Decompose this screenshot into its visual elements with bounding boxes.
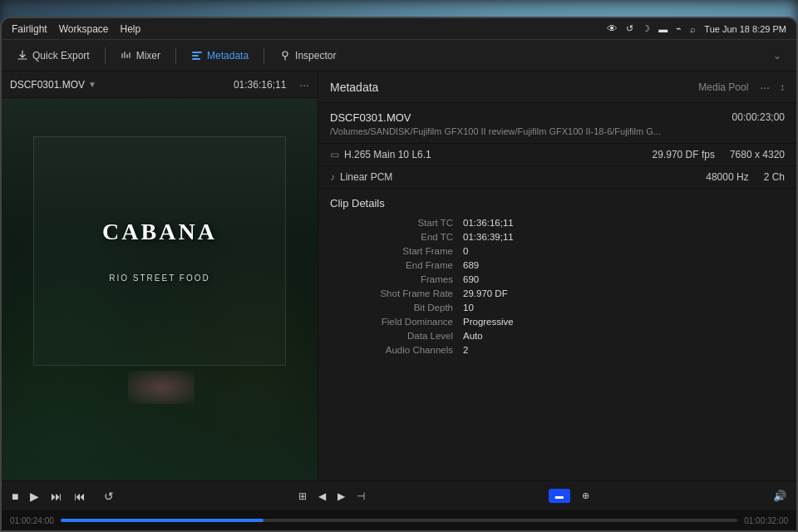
moon-icon: ☽ [642,23,650,34]
search-icon[interactable]: ⌕ [690,24,696,34]
detail-value: 01:36:16;11 [463,218,514,228]
detail-label: Frames [330,274,463,284]
menu-item-help[interactable]: Help [121,23,141,35]
detail-value: Auto [463,331,483,341]
panel-title: Metadata [330,81,378,94]
audio-codec-item: ♪ Linear PCM [330,171,697,183]
clip-details-title: Clip Details [330,197,785,209]
audio-hz: 48000 Hz [706,171,748,183]
detail-label: Shot Frame Rate [330,288,463,298]
detail-value: 10 [463,303,474,313]
video-codec-text: H.265 Main 10 L6.1 [344,149,431,160]
detail-row: Frames690 [330,274,785,284]
chevron-down-button[interactable]: ⌄ [765,47,790,65]
quick-export-icon [17,50,28,62]
volume-button[interactable]: 🔊 [773,490,786,502]
main-area: DSCF0301.MOV ▼ 01:36:16;11 ··· CABANA RI… [2,71,796,480]
loop-button[interactable]: ↺ [104,490,114,503]
detail-label: Bit Depth [330,303,463,313]
mixer-icon [121,50,132,62]
detail-row: Audio Channels2 [330,345,785,355]
last-frame-button[interactable]: ⏮ [74,490,86,503]
laptop-frame: Fairlight Workspace Help 👁 ↺ ☽ ▬ ⌁ ⌕ Tue… [0,17,798,532]
timeline-bar: 01:00:24:00 01:00:32:00 [2,510,796,530]
svg-rect-0 [121,53,123,58]
detail-value: 689 [463,260,479,270]
clip-name-text: DSCF0301.MOV [10,79,85,91]
zoom-button[interactable]: ⊕ [582,490,589,501]
chevron-down-icon: ⌄ [773,50,781,62]
media-pool-label: Media Pool [698,81,748,93]
svg-rect-3 [129,52,131,58]
scene-title: CABANA [102,219,217,245]
grid-view-button[interactable]: ⊞ [298,490,307,502]
video-panel: DSCF0301.MOV ▼ 01:36:16;11 ··· CABANA RI… [2,71,318,480]
fps-text: 29.970 DF fps [653,149,715,160]
detail-label: Data Level [330,331,463,341]
panel-menu-button[interactable]: ··· [760,81,770,94]
detail-row: End Frame689 [330,260,785,270]
clip-details-section: Clip Details Start TC01:36:16;11End TC01… [318,189,796,480]
inspector-icon [279,50,291,62]
timeline-track[interactable] [61,519,737,522]
timecode-display: 01:36:16;11 [234,79,286,91]
clip-duration: 00:00:23;00 [732,111,785,123]
detail-rows-container: Start TC01:36:16;11End TC01:36:39;11Star… [330,218,785,355]
clip-name-dropdown-icon[interactable]: ▼ [88,80,96,89]
timeline-start: 01:00:24:00 [10,516,54,525]
metadata-panel: Metadata Media Pool ··· ↕ DSCF0301.MOV 0… [318,71,796,480]
svg-point-7 [283,52,288,57]
toolbar-sep-1 [105,47,106,64]
clip-name-label: DSCF0301.MOV ▼ [10,79,96,91]
play-button[interactable]: ▶ [30,490,39,503]
next-frame-button[interactable]: ⏭ [51,490,62,503]
next-clip-button[interactable]: ▶ [337,490,345,502]
toolbar-sep-2 [175,47,176,64]
mark-in-button[interactable]: ⊣ [357,490,365,502]
clip-filename: DSCF0301.MOV [330,111,411,124]
video-frame: CABANA RIO STREET FOOD [2,98,318,480]
mixer-button[interactable]: Mixer [112,47,169,65]
menu-clock: Tue Jun 18 8:29 PM [704,24,786,34]
quick-export-label: Quick Export [32,50,90,62]
stop-button[interactable]: ■ [12,490,18,503]
detail-row: Bit Depth10 [330,303,785,313]
menu-item-workspace[interactable]: Workspace [59,23,109,35]
ground-overlay [2,347,318,480]
transport-controls: ■ ▶ ⏭ ⏮ ↺ ⊞ ◀ ▶ ⊣ ▬ ⊕ 🔊 [2,481,796,510]
video-header-menu-button[interactable]: ··· [299,78,309,91]
menu-bar-items: Fairlight Workspace Help [12,23,594,35]
timeline-end: 01:00:32:00 [744,516,788,525]
codec-row: ▭ H.265 Main 10 L6.1 29.970 DF fps 7680 … [318,144,796,166]
svg-rect-2 [126,54,128,58]
select-tool-button[interactable]: ▬ [549,489,570,503]
quick-export-button[interactable]: Quick Export [8,47,98,65]
building-silhouette [33,136,286,366]
detail-row: Start Frame0 [330,246,785,256]
wifi-icon: ⌁ [676,23,682,34]
inspector-button[interactable]: Inspector [271,47,344,65]
detail-row: Data LevelAuto [330,331,785,341]
battery-icon: ▬ [658,24,667,34]
metadata-button[interactable]: Metadata [183,47,257,65]
toolbar-sep-3 [264,47,264,64]
metadata-label: Metadata [207,50,249,62]
menu-item-fairlight[interactable]: Fairlight [12,23,47,35]
metadata-icon [191,50,203,62]
prev-clip-button[interactable]: ◀ [318,490,326,502]
eye-icon: 👁 [607,22,618,35]
audio-channels: 2 Ch [764,171,785,183]
clip-filename-row: DSCF0301.MOV 00:00:23;00 [330,111,785,124]
svg-rect-6 [192,58,200,60]
detail-label: Start Frame [330,246,463,256]
inspector-label: Inspector [295,50,336,62]
menu-right: 👁 ↺ ☽ ▬ ⌁ ⌕ Tue Jun 18 8:29 PM [607,22,786,35]
svg-rect-1 [124,52,126,58]
panel-sort-button[interactable]: ↕ [780,81,785,93]
detail-value: Progressive [463,317,514,327]
audio-codec-text: Linear PCM [340,171,392,183]
detail-label: Field Dominance [330,317,463,327]
detail-row: Start TC01:36:16;11 [330,218,785,228]
panel-header: Metadata Media Pool ··· ↕ [318,71,796,103]
detail-label: End TC [330,232,463,242]
